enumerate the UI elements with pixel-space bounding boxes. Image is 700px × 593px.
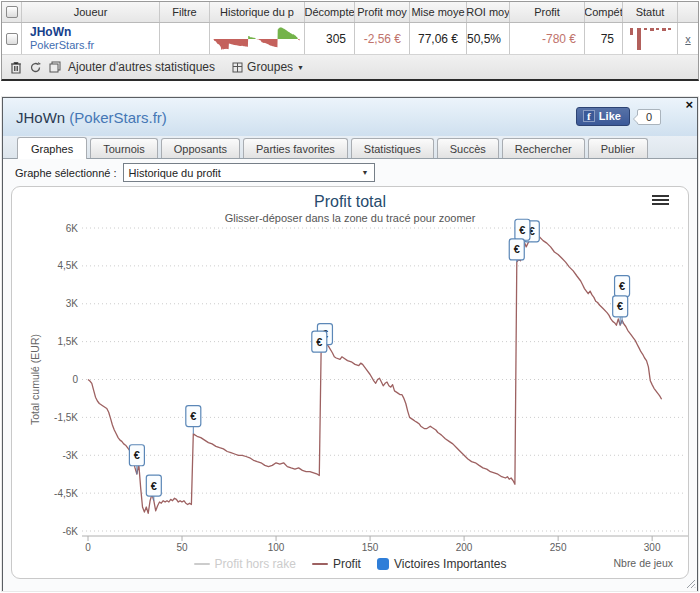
y-tick-label: -3K [62, 450, 78, 461]
player-name[interactable]: JHoWn [30, 26, 71, 39]
add-statistics-icon[interactable] [49, 61, 61, 73]
y-tick-label: 3K [66, 298, 79, 309]
profit-value: -780 € [510, 23, 585, 54]
select-chevron-down-icon: ▼ [362, 169, 369, 176]
y-tick-label: -4,5K [54, 488, 78, 499]
tab-statistiques[interactable]: Statistiques [351, 138, 434, 158]
svg-text:€: € [190, 410, 196, 422]
tab-rechercher[interactable]: Rechercher [502, 138, 585, 158]
col-compet[interactable]: Compét [585, 2, 623, 22]
tab-publier[interactable]: Publier [588, 138, 648, 158]
graph-select[interactable]: Historique du profit ▼ [123, 163, 375, 182]
groups-icon [232, 62, 243, 73]
legend-item-victoires[interactable]: Victoires Importantes [377, 557, 507, 571]
col-mise-moy[interactable]: Mise moye [410, 2, 467, 22]
tab-parties-favorites[interactable]: Parties favorites [243, 138, 348, 158]
chart-title: Profit total [12, 193, 688, 211]
x-tick-label: 250 [550, 542, 567, 553]
important-win-flag[interactable]: € [146, 475, 161, 501]
remove-row-link[interactable]: x [685, 33, 691, 45]
chart-menu-icon[interactable] [652, 195, 669, 207]
legend-label: Victoires Importantes [394, 557, 507, 571]
y-tick-label: -6K [62, 526, 78, 537]
svg-text:€: € [617, 300, 623, 312]
svg-text:€: € [619, 280, 625, 292]
y-tick-label: 6K [66, 223, 79, 234]
y-axis-title: Total cumulé (EUR) [29, 334, 41, 425]
tab-graphes[interactable]: Graphes [17, 137, 87, 159]
tab-tournois[interactable]: Tournois [90, 138, 158, 158]
legend-item-profit-hors-rake[interactable]: Profit hors rake [194, 557, 296, 571]
y-tick-label: -1,5K [54, 412, 78, 423]
player-detail-window: JHoWn (PokerStars.fr) f Like 0 × Graphes… [2, 97, 698, 591]
profit-moy-value: -2,56 € [355, 23, 410, 54]
col-historique[interactable]: Historique du p [210, 2, 305, 22]
svg-text:€: € [519, 224, 525, 236]
x-tick-label: 0 [85, 542, 91, 553]
legend-label: Profit hors rake [215, 557, 296, 571]
groups-label: Groupes [247, 60, 293, 74]
row-checkbox[interactable] [6, 33, 18, 45]
compet-value: 75 [585, 23, 623, 54]
groups-dropdown[interactable]: Groupes ▼ [232, 60, 304, 74]
refresh-icon[interactable] [29, 61, 42, 74]
row-select-cell [2, 23, 22, 54]
facebook-icon: f [583, 110, 595, 122]
tab-succ-s[interactable]: Succès [437, 138, 499, 158]
player-site: PokerStars.fr [30, 39, 94, 52]
remove-cell: x [678, 23, 698, 54]
profit-line[interactable] [88, 237, 662, 514]
col-profit-moy[interactable]: Profit moy [355, 2, 410, 22]
tab-opposants[interactable]: Opposants [161, 138, 240, 158]
tabs-bar: GraphesTournoisOpposantsParties favorite… [3, 136, 697, 159]
legend-label: Profit [333, 557, 361, 571]
chart-legend: Profit hors rake Profit Victoires Import… [12, 557, 688, 571]
col-decompte[interactable]: Décompte [305, 2, 355, 22]
col-statut[interactable]: Statut [623, 2, 678, 22]
facebook-like-button[interactable]: f Like [576, 107, 630, 126]
x-tick-label: 150 [362, 542, 379, 553]
x-tick-label: 100 [268, 542, 285, 553]
legend-item-profit[interactable]: Profit [312, 557, 361, 571]
statut-sparkline [627, 26, 677, 52]
stats-toolbar: Ajouter d'autres statistiques Groupes ▼ [2, 55, 698, 79]
add-statistics-button[interactable]: Ajouter d'autres statistiques [68, 60, 215, 74]
mise-moy-value: 77,06 € [410, 23, 467, 54]
facebook-like-widget: f Like 0 [576, 107, 661, 126]
x-axis-title: Nbre de jeux [613, 557, 673, 569]
col-extra [678, 2, 698, 22]
roi-moy-value: 50,5% [467, 23, 510, 54]
filtre-cell[interactable] [160, 23, 210, 54]
table-row[interactable]: JHoWn PokerStars.fr 305 -2,56 € 77,06 € … [2, 23, 698, 55]
col-profit[interactable]: Profit [510, 2, 585, 22]
legend-line-swatch [312, 563, 328, 565]
col-joueur[interactable]: Joueur [22, 2, 160, 22]
important-win-flag[interactable]: € [509, 239, 524, 262]
facebook-like-count: 0 [637, 109, 661, 125]
col-roi-moy[interactable]: ROI moy [467, 2, 510, 22]
col-filtre[interactable]: Filtre [160, 2, 210, 22]
profit-chart-panel: Profit total Glisser-déposer dans la zon… [11, 186, 689, 579]
important-win-flag[interactable]: € [186, 406, 201, 434]
important-win-flag[interactable]: € [312, 331, 327, 352]
select-all-checkbox[interactable] [6, 6, 18, 18]
graph-select-value: Historique du profit [129, 167, 221, 179]
svg-text:€: € [514, 243, 520, 255]
resize-grip[interactable] [686, 579, 696, 589]
window-titlebar: JHoWn (PokerStars.fr) f Like 0 × [3, 98, 697, 136]
x-tick-label: 200 [456, 542, 473, 553]
x-tick-label: 300 [644, 542, 661, 553]
close-icon[interactable]: × [685, 98, 693, 112]
trash-icon[interactable] [10, 61, 22, 74]
window-content: Graphe sélectionné : Historique du profi… [3, 159, 697, 591]
profit-chart-plot[interactable]: 6K4,5K3K1,5K0-1,5K-3K-4,5K-6KTotal cumul… [12, 220, 694, 556]
important-win-flag[interactable]: € [613, 296, 628, 325]
decompte-value: 305 [305, 23, 355, 54]
stats-header-row: Joueur Filtre Historique du p Décompte P… [2, 2, 698, 23]
svg-text:€: € [134, 449, 140, 461]
svg-text:€: € [316, 336, 322, 348]
legend-box-swatch [377, 558, 389, 570]
important-win-flag[interactable]: € [129, 445, 144, 474]
player-cell[interactable]: JHoWn PokerStars.fr [22, 23, 160, 54]
graph-selector-label: Graphe sélectionné : [15, 167, 117, 179]
